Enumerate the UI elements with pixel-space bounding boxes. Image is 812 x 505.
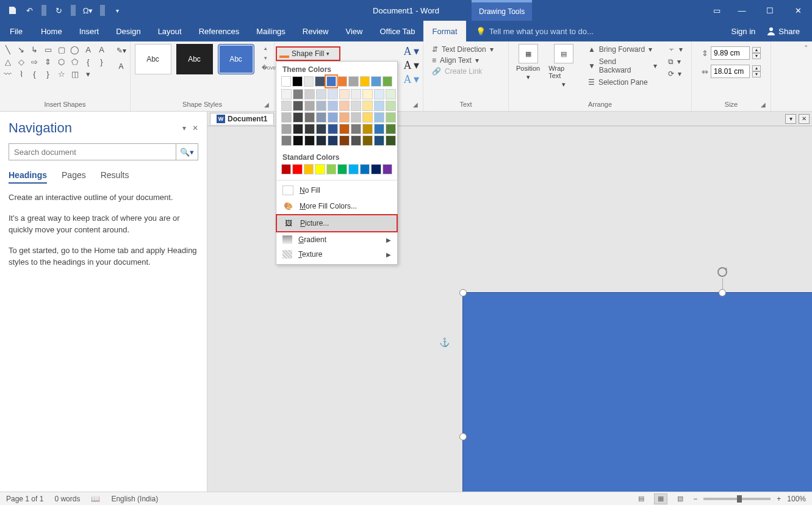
maximize-button[interactable]: ☐	[756, 0, 784, 21]
color-swatch[interactable]	[293, 124, 303, 134]
zoom-slider[interactable]	[703, 498, 771, 500]
color-swatch[interactable]	[281, 124, 292, 134]
print-layout-icon[interactable]: ▦	[654, 493, 667, 504]
tab-view[interactable]: View	[337, 21, 371, 41]
color-swatch[interactable]	[362, 101, 373, 111]
nav-tab-results[interactable]: Results	[101, 168, 129, 184]
share-button[interactable]: Share	[766, 26, 800, 36]
color-swatch[interactable]	[326, 76, 336, 87]
dialog-launcher-icon[interactable]: ◢	[264, 101, 271, 109]
edit-shape-icon[interactable]: ✎▾	[114, 44, 129, 57]
save-icon[interactable]	[5, 3, 20, 18]
align-button[interactable]: ⫟▾	[664, 44, 686, 55]
shape-triangle-icon[interactable]: △	[2, 56, 14, 67]
tab-review[interactable]: Review	[294, 21, 337, 41]
color-swatch[interactable]	[304, 101, 315, 111]
shape-connector-icon[interactable]: ↳	[29, 44, 41, 55]
sign-in-link[interactable]: Sign in	[731, 27, 756, 36]
color-swatch[interactable]	[386, 112, 396, 123]
color-swatch[interactable]	[293, 135, 303, 146]
spellcheck-icon[interactable]: 📖	[91, 495, 100, 503]
color-swatch[interactable]	[374, 101, 384, 111]
color-swatch[interactable]	[326, 164, 336, 174]
style-thumb-1[interactable]: Abc	[135, 44, 171, 74]
search-input[interactable]	[9, 144, 176, 160]
picture-fill-item[interactable]: 🖼 Picture...	[276, 214, 398, 232]
tab-format[interactable]: Format	[423, 21, 465, 41]
style-thumb-2[interactable]: Abc	[176, 44, 213, 74]
ribbon-display-options[interactable]: ▭	[706, 0, 728, 21]
shape-oval-icon[interactable]: ◯	[69, 44, 81, 55]
color-swatch[interactable]	[360, 76, 370, 87]
color-swatch[interactable]	[304, 164, 314, 174]
shape-arrow-r-icon[interactable]: ⇨	[29, 56, 41, 67]
color-swatch[interactable]	[386, 124, 396, 134]
search-button[interactable]: 🔍▾	[176, 144, 198, 160]
color-swatch[interactable]	[316, 135, 326, 146]
nav-dropdown-icon[interactable]: ▾	[182, 124, 186, 132]
tab-references[interactable]: References	[190, 21, 248, 41]
color-swatch[interactable]	[362, 112, 373, 123]
nav-tab-pages[interactable]: Pages	[62, 168, 86, 184]
shape-arrow-ud-icon[interactable]: ⇕	[42, 56, 54, 67]
shape-fill-button[interactable]: Shape Fill ▾	[276, 46, 340, 61]
tab-file[interactable]: File	[0, 21, 32, 41]
nav-tab-headings[interactable]: Headings	[9, 168, 47, 184]
color-swatch[interactable]	[351, 124, 361, 134]
shape-rect-icon[interactable]: ▭	[42, 44, 54, 55]
position-button[interactable]: ▦Position▾	[514, 44, 542, 88]
color-swatch[interactable]	[281, 76, 291, 87]
color-swatch[interactable]	[374, 112, 384, 123]
dialog-launcher-icon[interactable]: ◢	[413, 101, 420, 109]
color-swatch[interactable]	[351, 101, 361, 111]
color-swatch[interactable]	[383, 76, 392, 87]
color-swatch[interactable]	[281, 164, 291, 174]
shape-pent-icon[interactable]: ⬠	[69, 56, 81, 67]
color-swatch[interactable]	[281, 101, 292, 111]
send-backward-button[interactable]: ▼Send Backward ▾	[584, 56, 661, 76]
selection-pane-button[interactable]: ☰Selection Pane	[584, 77, 661, 88]
dialog-launcher-icon[interactable]: ◢	[761, 101, 768, 109]
shape-line-arrow-icon[interactable]: ↘	[15, 44, 27, 55]
tab-layout[interactable]: Layout	[149, 21, 190, 41]
color-swatch[interactable]	[362, 124, 373, 134]
color-swatch[interactable]	[315, 76, 325, 87]
color-swatch[interactable]	[351, 135, 361, 146]
web-layout-icon[interactable]: ▧	[674, 493, 687, 504]
color-swatch[interactable]	[371, 164, 381, 174]
shape-height-input[interactable]	[711, 46, 750, 60]
resize-handle[interactable]	[719, 289, 726, 296]
texture-fill-item[interactable]: Texture ▶	[276, 247, 397, 262]
shape-rbrace2-icon[interactable]: }	[42, 68, 54, 79]
color-swatch[interactable]	[337, 164, 347, 174]
language-status[interactable]: English (India)	[111, 495, 158, 503]
collapse-ribbon-icon[interactable]: ˄	[804, 44, 808, 53]
color-swatch[interactable]	[383, 164, 392, 174]
zoom-out-icon[interactable]: −	[693, 495, 697, 503]
color-swatch[interactable]	[316, 89, 326, 99]
shape-textbox-v-icon[interactable]: A	[96, 44, 108, 55]
color-swatch[interactable]	[371, 76, 381, 87]
shape-rbrace-icon[interactable]: }	[96, 56, 108, 67]
tab-design[interactable]: Design	[107, 21, 149, 41]
resize-handle[interactable]	[459, 289, 467, 296]
color-swatch[interactable]	[351, 89, 361, 99]
zoom-level[interactable]: 100%	[787, 495, 806, 503]
color-swatch[interactable]	[328, 101, 338, 111]
omega-icon[interactable]: Ω▾	[81, 3, 95, 18]
color-swatch[interactable]	[351, 112, 361, 123]
nav-close-icon[interactable]: ✕	[192, 124, 198, 132]
color-swatch[interactable]	[316, 101, 326, 111]
color-swatch[interactable]	[304, 124, 315, 134]
color-swatch[interactable]	[293, 112, 303, 123]
selected-shape-rectangle[interactable]	[462, 292, 812, 492]
color-swatch[interactable]	[374, 89, 384, 99]
page-status[interactable]: Page 1 of 1	[6, 495, 43, 503]
tell-me[interactable]: 💡 Tell me what you want to do...	[466, 21, 731, 41]
color-swatch[interactable]	[328, 135, 338, 146]
shapes-gallery[interactable]: ╲ ↘ ↳ ▭ ▢ ◯ A A △ ◇ ⇨ ⇕ ⬡ ⬠ { } 〰 ⌇ { }	[2, 44, 108, 79]
tab-mailings[interactable]: Mailings	[248, 21, 294, 41]
color-swatch[interactable]	[362, 135, 373, 146]
color-swatch[interactable]	[281, 89, 292, 99]
undo-icon[interactable]: ↶	[22, 3, 37, 18]
